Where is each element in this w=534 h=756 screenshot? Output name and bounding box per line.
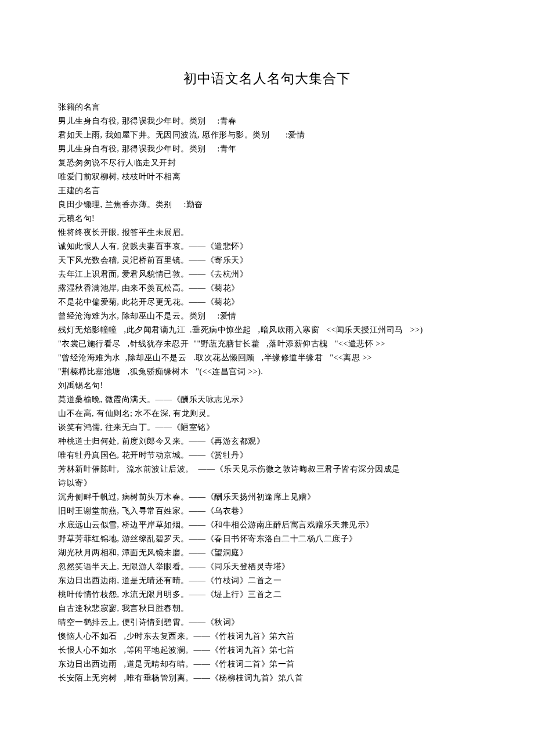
text-line: 诚知此恨人人有, 贫贱夫妻百事哀。——《遣悲怀》 (58, 240, 476, 254)
text-line: 忽然笑语半天上, 无限游人举眼看。——《同乐天登栖灵寺塔》 (58, 560, 476, 574)
text-line: 天下风光数会稽, 灵汜桥前百里镜。——《寄乐天》 (58, 254, 476, 267)
text-line: 东边日出西边雨, 道是无晴还有晴。——《竹枝词》二首之一 (58, 574, 476, 588)
document-page: 初中语文名人名句大集合下 张籍的名言男儿生身自有役, 那得误我少年时。类别 :青… (0, 0, 534, 756)
text-line: 残灯无焰影幢幢 ,此夕闻君谪九江 .垂死病中惊坐起 ,暗风吹雨入寒窗 <<闻乐天… (58, 323, 476, 337)
text-line: 男儿生身自有役, 那得误我少年时。类别 :青春 (58, 114, 476, 128)
text-line: 晴空一鹤排云上, 便引诗情到碧霄。——《秋词》 (58, 616, 476, 630)
text-line: 元稹名句! (58, 212, 476, 226)
text-line: 不是花中偏爱菊, 此花开尽更无花。——《菊花》 (58, 295, 476, 309)
text-line: 芳林新叶催陈叶, 流水前波让后波。 ——《乐天见示伤微之敦诗晦叔三君子皆有深分因… (58, 462, 476, 476)
text-line: 长恨人心不如水 ,等闲平地起波澜。——《竹枝词九首》第七首 (58, 643, 476, 657)
text-line: 谈笑有鸿儒, 往来无白丁。——《陋室铭》 (58, 421, 476, 435)
text-line: 良田少锄理, 兰焦香亦薄。类别 :勤奋 (58, 198, 476, 212)
text-line: 复恐匆匆说不尽行人临走又开封 (58, 156, 476, 170)
text-line: 懊恼人心不如石 ,少时东去复西来。——《竹枝词九首》第六首 (58, 630, 476, 643)
text-line: 沉舟侧畔千帆过, 病树前头万木春。——《酬乐天扬州初逢席上见赠》 (58, 490, 476, 504)
text-line: 刘禹锡名句! (58, 379, 476, 393)
text-line: 旧时王谢堂前燕, 飞入寻常百姓家。——《乌衣巷》 (58, 504, 476, 518)
body-text: 张籍的名言男儿生身自有役, 那得误我少年时。类别 :青春君如天上雨, 我如屋下井… (58, 100, 476, 685)
text-line: 惟将终夜长开眼, 报答平生未展眉。 (58, 226, 476, 240)
text-line: 桃叶传情竹枝怨, 水流无限月明多。——《堤上行》三首之二 (58, 588, 476, 602)
text-line: 王建的名言 (58, 184, 476, 198)
page-title: 初中语文名人名句大集合下 (58, 70, 476, 88)
text-line: 东边日出西边雨 ,道是无晴却有晴。——《竹枝词二首》第一首 (58, 657, 476, 671)
text-line: 野草芳菲红锦地, 游丝缭乱碧罗天。——《春日书怀寄东洛白二十二杨八二庶子》 (58, 532, 476, 546)
text-line: 自古逢秋悲寂寥, 我言秋日胜春朝。 (58, 602, 476, 616)
text-line: 莫道桑榆晚, 微霞尚满天。——《酬乐天咏志见示》 (58, 393, 476, 407)
text-line: 君如天上雨, 我如屋下井。无因同波流, 愿作形与影。类别 :爱情 (58, 128, 476, 142)
text-line: "衣裳已施行看尽 ,针线犹存未忍开 ""野蔬充膳甘长藿 ,落叶添薪仰古槐 "<<… (58, 337, 476, 351)
text-line: 山不在高, 有仙则名; 水不在深, 有龙则灵。 (58, 407, 476, 421)
text-line: 唯有牡丹真国色, 花开时节动京城。——《赏牡丹》 (58, 448, 476, 462)
text-line: "曾经沧海难为水 ,除却巫山不是云 .取次花丛懒回顾 ,半缘修道半缘君 "<<离… (58, 351, 476, 365)
text-line: 长安陌上无穷树 ,唯有垂杨管别离。——《杨柳枝词九首》第八首 (58, 671, 476, 685)
text-line: 诗以寄》 (58, 476, 476, 490)
text-line: 去年江上识君面, 爱君风貌情已敦。——《去杭州》 (58, 267, 476, 281)
text-line: 露湿秋香满池岸, 由来不羡瓦松高。——《菊花》 (58, 281, 476, 295)
text-line: "荆榛栉比塞池塘 ,狐兔骄痴缘树木 "(<<连昌宫词 >>). (58, 365, 476, 379)
text-line: 种桃道士归何处, 前度刘郎今又来。——《再游玄都观》 (58, 435, 476, 448)
text-line: 水底远山云似雪, 桥边平岸草如烟。——《和牛相公游南庄醉后寓言戏赠乐天兼见示》 (58, 518, 476, 532)
text-line: 曾经沧海难为水, 除却巫山不是云。类别 :爱情 (58, 309, 476, 323)
text-line: 湖光秋月两相和, 潭面无风镜未磨。——《望洞庭》 (58, 546, 476, 560)
text-line: 张籍的名言 (58, 100, 476, 114)
text-line: 男儿生身自有役, 那得误我少年时。类别 :青年 (58, 142, 476, 156)
text-line: 唯爱门前双柳树, 枝枝叶叶不相离 (58, 170, 476, 184)
